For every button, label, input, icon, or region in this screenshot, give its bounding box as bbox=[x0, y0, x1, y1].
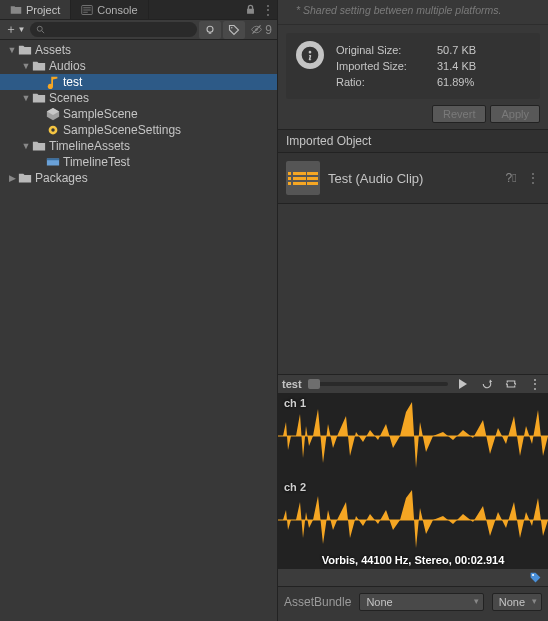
label-icon[interactable] bbox=[529, 571, 542, 584]
size-key: Ratio: bbox=[336, 75, 435, 89]
tab-console[interactable]: Console bbox=[71, 0, 148, 19]
info-icon bbox=[296, 41, 324, 69]
tree-label: SampleScene bbox=[63, 107, 138, 121]
assetbundle-variant-dropdown[interactable]: None bbox=[492, 593, 542, 611]
tree-label: TimelineAssets bbox=[49, 139, 130, 153]
lock-icon[interactable] bbox=[241, 0, 259, 19]
tree-row-samplescenesettings[interactable]: SampleSceneSettings bbox=[0, 122, 277, 138]
tree-row-timelineassets[interactable]: ▼TimelineAssets bbox=[0, 138, 277, 154]
imported-object-header: Imported Object bbox=[278, 129, 548, 153]
folder-icon bbox=[10, 4, 22, 16]
tree-label: Audios bbox=[49, 59, 86, 73]
tab-menu-icon[interactable]: ⋮ bbox=[259, 0, 277, 19]
preview-name: test bbox=[282, 378, 302, 390]
imported-clip-row[interactable]: Test (Audio Clip) ?⃝ ⋮ bbox=[278, 153, 548, 204]
filter-by-type-button[interactable] bbox=[199, 21, 221, 39]
timeline-icon bbox=[46, 155, 60, 169]
search-icon bbox=[36, 25, 46, 35]
size-key: Original Size: bbox=[336, 43, 435, 57]
tree-row-scenes[interactable]: ▼Scenes bbox=[0, 90, 277, 106]
tree-row-assets[interactable]: ▼Assets bbox=[0, 42, 277, 58]
apply-button[interactable]: Apply bbox=[490, 105, 540, 123]
filter-by-label-button[interactable] bbox=[223, 21, 245, 39]
loop-button[interactable] bbox=[502, 376, 520, 392]
component-menu-icon[interactable]: ⋮ bbox=[526, 171, 540, 185]
size-box: Original Size:50.7 KBImported Size:31.4 … bbox=[286, 33, 540, 99]
channel-1-label: ch 1 bbox=[284, 397, 306, 409]
svg-point-6 bbox=[51, 128, 55, 132]
assetbundle-name-dropdown[interactable]: None bbox=[359, 593, 483, 611]
expand-arrow-icon[interactable]: ▼ bbox=[20, 141, 32, 151]
tree-label: Packages bbox=[35, 171, 88, 185]
size-val: 50.7 KB bbox=[437, 43, 504, 57]
settings-icon bbox=[46, 123, 60, 137]
folder-icon bbox=[18, 171, 32, 185]
folder-icon bbox=[32, 91, 46, 105]
tree-label: test bbox=[63, 75, 82, 89]
expand-arrow-icon[interactable]: ▼ bbox=[6, 45, 18, 55]
svg-point-3 bbox=[231, 27, 233, 29]
folder-icon bbox=[32, 139, 46, 153]
svg-rect-8 bbox=[47, 159, 59, 161]
tree-row-test[interactable]: test bbox=[0, 74, 277, 90]
svg-point-2 bbox=[207, 26, 213, 32]
hidden-count[interactable]: 9 bbox=[247, 23, 275, 37]
preview-zoom-slider[interactable] bbox=[308, 382, 448, 386]
tree-label: SampleSceneSettings bbox=[63, 123, 181, 137]
expand-arrow-icon[interactable]: ▼ bbox=[20, 93, 32, 103]
revert-button[interactable]: Revert bbox=[432, 105, 486, 123]
project-tree[interactable]: ▼Assets▼Audiostest▼ScenesSampleSceneSamp… bbox=[0, 40, 277, 621]
tree-row-audios[interactable]: ▼Audios bbox=[0, 58, 277, 74]
tree-row-timelinetest[interactable]: TimelineTest bbox=[0, 154, 277, 170]
svg-point-1 bbox=[37, 26, 42, 31]
channel-2-label: ch 2 bbox=[284, 481, 306, 493]
audio-icon bbox=[46, 75, 60, 89]
tree-label: TimelineTest bbox=[63, 155, 130, 169]
help-icon[interactable]: ?⃝ bbox=[504, 171, 518, 185]
add-button[interactable]: ＋▼ bbox=[2, 21, 28, 38]
folder-icon bbox=[32, 59, 46, 73]
audio-clip-icon bbox=[286, 161, 320, 195]
tree-row-packages[interactable]: ▶Packages bbox=[0, 170, 277, 186]
svg-point-11 bbox=[532, 574, 534, 576]
preview-menu-icon[interactable]: ⋮ bbox=[526, 376, 544, 392]
tab-label: Console bbox=[97, 4, 137, 16]
tab-project[interactable]: Project bbox=[0, 0, 71, 19]
assetbundle-label: AssetBundle bbox=[284, 595, 351, 609]
size-val: 31.4 KB bbox=[437, 59, 504, 73]
console-icon bbox=[81, 4, 93, 16]
expand-arrow-icon[interactable]: ▶ bbox=[6, 173, 18, 183]
autoplay-button[interactable] bbox=[478, 376, 496, 392]
expand-arrow-icon[interactable]: ▼ bbox=[20, 61, 32, 71]
tree-label: Scenes bbox=[49, 91, 89, 105]
size-val: 61.89% bbox=[437, 75, 504, 89]
format-line: Vorbis, 44100 Hz, Stereo, 00:02.914 bbox=[278, 554, 548, 566]
shared-note: * Shared setting between multiple platfo… bbox=[278, 0, 548, 25]
waveform-preview: ch 1 ch 2 Vorbis, 44100 Hz, Stereo, 00:0… bbox=[278, 394, 548, 568]
search-input[interactable] bbox=[30, 22, 197, 37]
scene-icon bbox=[46, 107, 60, 121]
clip-name: Test (Audio Clip) bbox=[328, 171, 496, 186]
folder-icon bbox=[18, 43, 32, 57]
play-button[interactable] bbox=[454, 376, 472, 392]
tree-row-samplescene[interactable]: SampleScene bbox=[0, 106, 277, 122]
tree-label: Assets bbox=[35, 43, 71, 57]
size-key: Imported Size: bbox=[336, 59, 435, 73]
tab-label: Project bbox=[26, 4, 60, 16]
